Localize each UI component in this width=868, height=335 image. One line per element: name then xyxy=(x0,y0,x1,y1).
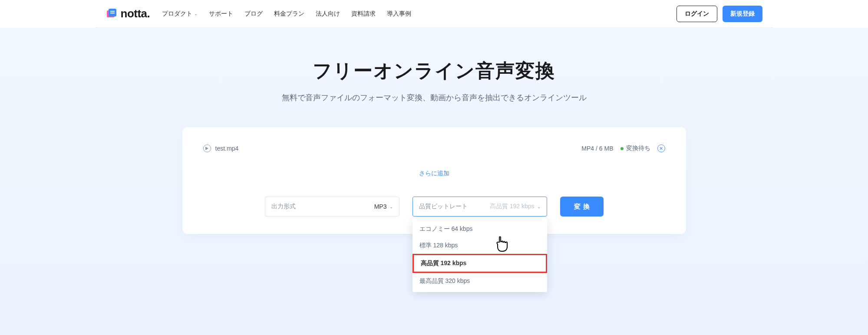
nav-blog-label: ブログ xyxy=(244,10,263,18)
output-format-label: 出力形式 xyxy=(271,203,296,210)
nav-business-label: 法人向け xyxy=(316,10,340,18)
file-row: test.mp4 MP4 / 6 MB 変換待ち ✕ xyxy=(203,140,665,163)
bitrate-select[interactable]: 品質ビットレート 高品質 192 kbps ⌄ xyxy=(413,197,547,217)
play-icon[interactable] xyxy=(203,145,211,152)
chevron-down-icon: ⌄ xyxy=(194,11,198,16)
bitrate-dropdown: エコノミー 64 kbps 標準 128 kbps 高品質 192 kbps 最… xyxy=(413,218,547,292)
svg-rect-3 xyxy=(110,13,115,13)
nav-cases[interactable]: 導入事例 xyxy=(387,10,411,18)
brand-text: notta. xyxy=(121,7,150,20)
svg-rect-2 xyxy=(110,11,115,12)
file-status-label: 変換待ち xyxy=(626,145,650,152)
login-button[interactable]: ログイン xyxy=(677,6,717,22)
chevron-down-icon: ⌄ xyxy=(537,204,541,209)
bitrate-value: 高品質 192 kbps ⌄ xyxy=(490,203,541,210)
page-subtitle: 無料で音声ファイルのフォーマット変換、動画から音声を抽出できるオンラインツール xyxy=(0,92,868,103)
bitrate-option-high[interactable]: 高品質 192 kbps xyxy=(413,254,547,273)
output-format-value: MP3 ⌄ xyxy=(374,203,393,210)
signup-button[interactable]: 新規登録 xyxy=(723,6,762,22)
output-format-value-text: MP3 xyxy=(374,203,387,210)
main-content: フリーオンライン音声変換 無料で音声ファイルのフォーマット変換、動画から音声を抽… xyxy=(0,28,868,335)
nav-support[interactable]: サポート xyxy=(209,10,233,18)
output-format-select[interactable]: 出力形式 MP3 ⌄ xyxy=(265,197,399,217)
add-more-link[interactable]: さらに追加 xyxy=(203,163,665,197)
nav-pricing[interactable]: 料金プラン xyxy=(274,10,304,18)
remove-file-button[interactable]: ✕ xyxy=(657,145,665,152)
main-nav: プロダクト ⌄ サポート ブログ 料金プラン 法人向け 資料請求 導入事例 xyxy=(162,10,411,18)
file-status-group: MP4 / 6 MB 変換待ち ✕ xyxy=(581,145,665,152)
nav-product[interactable]: プロダクト ⌄ xyxy=(162,10,198,18)
file-status: 変換待ち xyxy=(620,145,650,152)
nav-cases-label: 導入事例 xyxy=(387,10,411,18)
nav-product-label: プロダクト xyxy=(162,10,192,18)
site-header: notta. プロダクト ⌄ サポート ブログ 料金プラン 法人向け 資料請求 … xyxy=(96,0,773,28)
bitrate-option-economy[interactable]: エコノミー 64 kbps xyxy=(413,221,547,237)
bitrate-wrap: 品質ビットレート 高品質 192 kbps ⌄ エコノミー 64 kbps 標準… xyxy=(413,197,547,217)
chevron-down-icon: ⌄ xyxy=(389,204,393,209)
file-name: test.mp4 xyxy=(215,145,239,152)
nav-pricing-label: 料金プラン xyxy=(274,10,304,18)
controls-row: 出力形式 MP3 ⌄ 品質ビットレート 高品質 192 kbps ⌄ エコノミー… xyxy=(203,197,665,217)
header-right: ログイン 新規登録 xyxy=(677,6,762,22)
converter-card: test.mp4 MP4 / 6 MB 変換待ち ✕ さらに追加 出力形式 MP… xyxy=(182,127,686,234)
logo-icon xyxy=(106,8,118,20)
header-left: notta. プロダクト ⌄ サポート ブログ 料金プラン 法人向け 資料請求 … xyxy=(106,7,412,20)
nav-request-label: 資料請求 xyxy=(351,10,376,18)
status-dot-icon xyxy=(620,147,624,150)
brand-logo[interactable]: notta. xyxy=(106,7,150,20)
convert-button[interactable]: 変換 xyxy=(560,197,604,217)
file-info: test.mp4 xyxy=(203,145,239,152)
bitrate-option-highest[interactable]: 最高品質 320 kbps xyxy=(413,273,547,289)
nav-business[interactable]: 法人向け xyxy=(316,10,340,18)
nav-blog[interactable]: ブログ xyxy=(244,10,263,18)
nav-request[interactable]: 資料請求 xyxy=(351,10,376,18)
bitrate-label: 品質ビットレート xyxy=(419,203,468,210)
page-title: フリーオンライン音声変換 xyxy=(0,58,868,84)
bitrate-option-standard[interactable]: 標準 128 kbps xyxy=(413,237,547,254)
bitrate-value-text: 高品質 192 kbps xyxy=(490,203,535,210)
nav-support-label: サポート xyxy=(209,10,233,18)
file-meta: MP4 / 6 MB xyxy=(581,145,613,152)
